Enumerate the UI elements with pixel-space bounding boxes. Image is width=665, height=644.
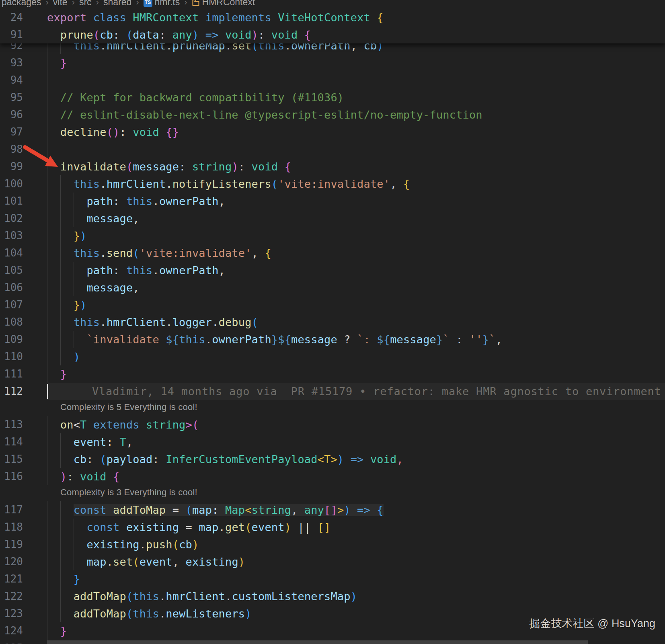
code-line-104[interactable]: 104this.send('vite:invalidate', { (0, 244, 665, 262)
line-content[interactable]: }) (47, 227, 665, 244)
line-number-106[interactable]: 106 (0, 279, 47, 296)
line-number-116[interactable]: 116 (0, 468, 47, 485)
line-content[interactable]: }) (47, 296, 665, 314)
line-content[interactable]: existing.push(cb) (47, 536, 665, 553)
code-line-121[interactable]: 121} (0, 570, 665, 588)
code-line-102[interactable]: 102message, (0, 210, 665, 227)
line-content[interactable]: path: this.ownerPath, (47, 262, 665, 279)
breadcrumb-item-vite[interactable]: vite (53, 0, 68, 8)
code-line-103[interactable]: 103}) (0, 227, 665, 244)
line-content[interactable]: ): void { (47, 468, 665, 485)
line-content[interactable]: const existing = map.get(event) || [] (47, 519, 665, 536)
line-number-121[interactable]: 121 (0, 570, 47, 588)
line-content[interactable]: prune(cb: (data: any) => void): void { (47, 26, 665, 43)
line-content[interactable]: addToMap(this.hmrClient.customListenersM… (47, 588, 665, 605)
line-content[interactable]: // Kept for backward compatibility (#110… (47, 89, 665, 106)
code-line-96[interactable]: 96// eslint-disable-next-line @typescrip… (0, 106, 665, 123)
breadcrumb-item-src[interactable]: src (79, 0, 92, 8)
line-number-122[interactable]: 122 (0, 588, 47, 605)
line-content[interactable]: invalidate(message: string): void { (47, 158, 665, 175)
code-line-119[interactable]: 119existing.push(cb) (0, 536, 665, 553)
line-number-120[interactable]: 120 (0, 553, 47, 570)
line-number-110[interactable]: 110 (0, 348, 47, 365)
code-line-100[interactable]: 100this.hmrClient.notifyListeners('vite:… (0, 175, 665, 193)
line-number-103[interactable]: 103 (0, 227, 47, 244)
line-content[interactable]: this.send('vite:invalidate', { (47, 244, 665, 262)
line-content[interactable]: const addToMap = (map: Map<string, any[]… (47, 501, 665, 519)
code-line-107[interactable]: 107}) (0, 296, 665, 314)
line-content[interactable]: message, (47, 210, 665, 227)
code-line-97[interactable]: 97decline(): void {} (0, 123, 665, 141)
line-number-117[interactable]: 117 (0, 501, 47, 519)
line-content[interactable]: } (47, 365, 665, 383)
code-line-95[interactable]: 95// Kept for backward compatibility (#1… (0, 89, 665, 106)
code-line-99[interactable]: 99invalidate(message: string): void { (0, 158, 665, 175)
code-line-blame-112[interactable]: 112Vladimir, 14 months ago via PR #15179… (0, 383, 665, 400)
line-number-108[interactable]: 108 (0, 314, 47, 331)
line-content[interactable]: on<T extends string>( (47, 416, 665, 433)
horizontal-scrollbar[interactable] (47, 640, 588, 644)
code-line-111[interactable]: 111} (0, 365, 665, 383)
line-number-118[interactable]: 118 (0, 519, 47, 536)
line-number-123[interactable]: 123 (0, 605, 47, 622)
code-line-110[interactable]: 110) (0, 348, 665, 365)
breadcrumb-item-shared[interactable]: shared (103, 0, 131, 8)
codelens[interactable]: Complexity is 3 Everything is cool! (0, 485, 665, 501)
line-number-104[interactable]: 104 (0, 244, 47, 262)
line-number-100[interactable]: 100 (0, 175, 47, 193)
code-line-108[interactable]: 108this.hmrClient.logger.debug( (0, 314, 665, 331)
line-content[interactable]: export class HMRContext implements ViteH… (47, 9, 665, 26)
line-number-24[interactable]: 24 (0, 9, 47, 26)
codelens-text[interactable]: Complexity is 3 Everything is cool! (0, 485, 197, 501)
code-line-98[interactable]: 98 (0, 141, 665, 158)
line-content[interactable]: event: T, (47, 433, 665, 451)
code-line-122[interactable]: 122addToMap(this.hmrClient.customListene… (0, 588, 665, 605)
line-number-102[interactable]: 102 (0, 210, 47, 227)
line-content[interactable]: } (47, 570, 665, 588)
breadcrumb-item-packages[interactable]: packages (2, 0, 41, 8)
code-line-120[interactable]: 120map.set(event, existing) (0, 553, 665, 570)
line-content[interactable] (47, 72, 665, 89)
sticky-line-91[interactable]: 91prune(cb: (data: any) => void): void { (0, 26, 665, 43)
line-number-95[interactable]: 95 (0, 89, 47, 106)
line-number-93[interactable]: 93 (0, 54, 47, 72)
line-content[interactable]: `invalidate ${this.ownerPath}${message ?… (47, 331, 665, 348)
code-line-106[interactable]: 106message, (0, 279, 665, 296)
code-line-118[interactable]: 118const existing = map.get(event) || [] (0, 519, 665, 536)
code-line-115[interactable]: 115cb: (payload: InferCustomEventPayload… (0, 451, 665, 468)
code-line-109[interactable]: 109`invalidate ${this.ownerPath}${messag… (0, 331, 665, 348)
codelens-text[interactable]: Complexity is 5 Everything is cool! (0, 400, 197, 416)
code-line-93[interactable]: 93} (0, 54, 665, 72)
code-line-94[interactable]: 94 (0, 72, 665, 89)
line-number-109[interactable]: 109 (0, 331, 47, 348)
line-number-114[interactable]: 114 (0, 433, 47, 451)
code-line-113[interactable]: 113on<T extends string>( (0, 416, 665, 433)
line-content[interactable]: ) (47, 348, 665, 365)
line-content[interactable]: // eslint-disable-next-line @typescript-… (47, 106, 665, 123)
line-number-115[interactable]: 115 (0, 451, 47, 468)
codelens[interactable]: Complexity is 5 Everything is cool! (0, 400, 665, 416)
line-number-124[interactable]: 124 (0, 622, 47, 640)
line-number-101[interactable]: 101 (0, 193, 47, 210)
line-content[interactable]: this.hmrClient.logger.debug( (47, 314, 665, 331)
line-content[interactable]: decline(): void {} (47, 123, 665, 141)
code-line-116[interactable]: 116): void { (0, 468, 665, 485)
line-number-97[interactable]: 97 (0, 123, 47, 141)
line-content[interactable]: this.hmrClient.notifyListeners('vite:inv… (47, 175, 665, 193)
line-number-113[interactable]: 113 (0, 416, 47, 433)
line-number-105[interactable]: 105 (0, 262, 47, 279)
code-line-105[interactable]: 105path: this.ownerPath, (0, 262, 665, 279)
line-number-107[interactable]: 107 (0, 296, 47, 314)
line-number-119[interactable]: 119 (0, 536, 47, 553)
line-content[interactable]: Vladimir, 14 months ago via PR #15179 • … (47, 383, 665, 400)
line-number-99[interactable]: 99 (0, 158, 47, 175)
line-content[interactable] (47, 141, 665, 158)
line-content[interactable]: map.set(event, existing) (47, 553, 665, 570)
code-line-114[interactable]: 114event: T, (0, 433, 665, 451)
line-number-112[interactable]: 112 (0, 383, 47, 400)
breadcrumb-item-hmr-ts[interactable]: TShmr.ts (144, 0, 180, 8)
line-number-98[interactable]: 98 (0, 141, 47, 158)
line-content[interactable]: message, (47, 279, 665, 296)
breadcrumb-item-hmrcontext[interactable]: HMRContext (192, 0, 255, 8)
code-line-117[interactable]: 117const addToMap = (map: Map<string, an… (0, 501, 665, 519)
